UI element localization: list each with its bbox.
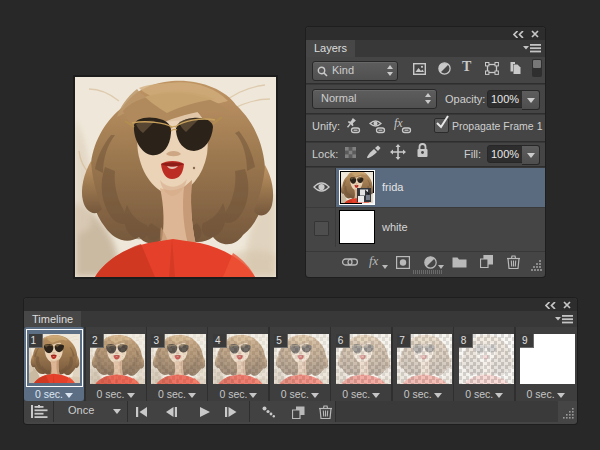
svg-text:fx: fx <box>394 117 403 130</box>
